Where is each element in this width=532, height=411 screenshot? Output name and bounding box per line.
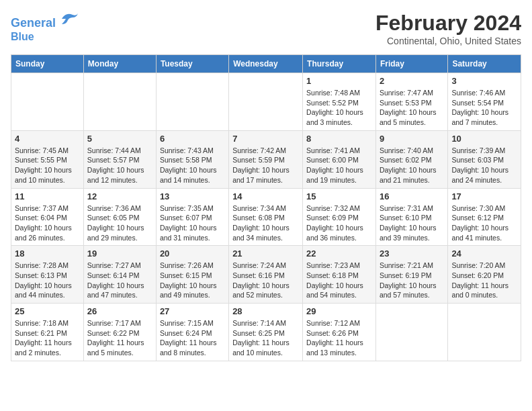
day-info: Sunrise: 7:37 AMSunset: 6:04 PMDaylight:… (15, 203, 80, 243)
calendar-cell (11, 73, 84, 131)
day-info: Sunrise: 7:32 AMSunset: 6:09 PMDaylight:… (306, 203, 372, 243)
calendar-cell: 13Sunrise: 7:35 AMSunset: 6:07 PMDayligh… (156, 188, 228, 246)
day-number: 14 (232, 191, 299, 201)
day-info: Sunrise: 7:44 AMSunset: 5:57 PMDaylight:… (87, 146, 152, 185)
col-sunday: Sunday (11, 55, 84, 73)
day-number: 19 (87, 248, 152, 259)
day-info: Sunrise: 7:20 AMSunset: 6:20 PMDaylight:… (451, 261, 517, 300)
calendar-cell: 20Sunrise: 7:26 AMSunset: 6:15 PMDayligh… (156, 246, 228, 304)
day-number: 13 (160, 191, 225, 201)
day-info: Sunrise: 7:36 AMSunset: 6:05 PMDaylight:… (87, 203, 152, 243)
day-number: 12 (87, 191, 152, 201)
day-info: Sunrise: 7:24 AMSunset: 6:16 PMDaylight:… (232, 261, 299, 300)
day-number: 16 (380, 191, 444, 201)
day-info: Sunrise: 7:15 AMSunset: 6:24 PMDaylight:… (160, 318, 225, 358)
calendar-cell (229, 73, 303, 131)
day-info: Sunrise: 7:28 AMSunset: 6:13 PMDaylight:… (15, 261, 80, 300)
day-number: 18 (15, 248, 80, 259)
day-number: 27 (160, 306, 225, 316)
calendar-cell: 24Sunrise: 7:20 AMSunset: 6:20 PMDayligh… (448, 246, 521, 304)
calendar-cell: 28Sunrise: 7:14 AMSunset: 6:25 PMDayligh… (229, 304, 303, 361)
calendar-cell: 1Sunrise: 7:48 AMSunset: 5:52 PMDaylight… (303, 73, 376, 131)
day-number: 23 (380, 248, 444, 259)
day-number: 9 (380, 134, 444, 144)
calendar-cell: 18Sunrise: 7:28 AMSunset: 6:13 PMDayligh… (11, 246, 84, 304)
calendar-cell: 11Sunrise: 7:37 AMSunset: 6:04 PMDayligh… (11, 188, 84, 246)
col-friday: Friday (375, 55, 447, 73)
day-number: 4 (15, 134, 80, 144)
day-number: 6 (160, 134, 225, 144)
day-number: 2 (380, 76, 444, 86)
calendar-cell: 6Sunrise: 7:43 AMSunset: 5:58 PMDaylight… (156, 130, 228, 188)
logo-general: General (11, 16, 56, 30)
day-info: Sunrise: 7:30 AMSunset: 6:12 PMDaylight:… (451, 203, 517, 243)
col-wednesday: Wednesday (229, 55, 303, 73)
calendar-header-row: Sunday Monday Tuesday Wednesday Thursday… (11, 55, 521, 73)
day-number: 11 (15, 191, 80, 201)
day-number: 7 (232, 134, 299, 144)
calendar-table: Sunday Monday Tuesday Wednesday Thursday… (11, 54, 521, 361)
day-info: Sunrise: 7:41 AMSunset: 6:00 PMDaylight:… (306, 146, 372, 185)
page-subtitle: Continental, Ohio, United States (375, 36, 521, 46)
day-info: Sunrise: 7:27 AMSunset: 6:14 PMDaylight:… (87, 261, 152, 300)
day-info: Sunrise: 7:21 AMSunset: 6:19 PMDaylight:… (380, 261, 444, 300)
day-number: 22 (306, 248, 372, 259)
col-monday: Monday (83, 55, 156, 73)
calendar-cell (448, 304, 521, 361)
calendar-cell: 26Sunrise: 7:17 AMSunset: 6:22 PMDayligh… (83, 304, 156, 361)
day-number: 28 (232, 306, 299, 316)
calendar-cell: 5Sunrise: 7:44 AMSunset: 5:57 PMDaylight… (83, 130, 156, 188)
calendar-cell: 7Sunrise: 7:42 AMSunset: 5:59 PMDaylight… (229, 130, 303, 188)
logo-blue: Blue (11, 31, 34, 42)
calendar-cell: 29Sunrise: 7:12 AMSunset: 6:26 PMDayligh… (303, 304, 376, 361)
day-info: Sunrise: 7:12 AMSunset: 6:26 PMDaylight:… (306, 318, 372, 358)
calendar-cell: 19Sunrise: 7:27 AMSunset: 6:14 PMDayligh… (83, 246, 156, 304)
title-block: February 2024 Continental, Ohio, United … (375, 11, 521, 46)
page-title: February 2024 (375, 11, 521, 36)
day-info: Sunrise: 7:39 AMSunset: 6:03 PMDaylight:… (451, 146, 517, 185)
day-info: Sunrise: 7:14 AMSunset: 6:25 PMDaylight:… (232, 318, 299, 358)
day-info: Sunrise: 7:35 AMSunset: 6:07 PMDaylight:… (160, 203, 225, 243)
logo: General Blue (11, 11, 79, 44)
day-info: Sunrise: 7:31 AMSunset: 6:10 PMDaylight:… (380, 203, 444, 243)
calendar-week-3: 11Sunrise: 7:37 AMSunset: 6:04 PMDayligh… (11, 188, 521, 246)
calendar-cell: 22Sunrise: 7:23 AMSunset: 6:18 PMDayligh… (303, 246, 376, 304)
day-info: Sunrise: 7:26 AMSunset: 6:15 PMDaylight:… (160, 261, 225, 300)
day-number: 29 (306, 306, 372, 316)
day-info: Sunrise: 7:17 AMSunset: 6:22 PMDaylight:… (87, 318, 152, 358)
day-info: Sunrise: 7:45 AMSunset: 5:55 PMDaylight:… (15, 146, 80, 185)
day-info: Sunrise: 7:42 AMSunset: 5:59 PMDaylight:… (232, 146, 299, 185)
page-header: General Blue February 2024 Continental, … (11, 11, 521, 46)
day-number: 17 (451, 191, 517, 201)
day-info: Sunrise: 7:46 AMSunset: 5:54 PMDaylight:… (451, 88, 517, 128)
calendar-cell (375, 304, 447, 361)
day-info: Sunrise: 7:47 AMSunset: 5:53 PMDaylight:… (380, 88, 444, 128)
calendar-cell (83, 73, 156, 131)
day-info: Sunrise: 7:43 AMSunset: 5:58 PMDaylight:… (160, 146, 225, 185)
logo-bird-icon (60, 11, 79, 27)
day-number: 5 (87, 134, 152, 144)
col-thursday: Thursday (303, 55, 376, 73)
col-tuesday: Tuesday (156, 55, 228, 73)
calendar-cell: 25Sunrise: 7:18 AMSunset: 6:21 PMDayligh… (11, 304, 84, 361)
calendar-cell: 8Sunrise: 7:41 AMSunset: 6:00 PMDaylight… (303, 130, 376, 188)
calendar-cell: 27Sunrise: 7:15 AMSunset: 6:24 PMDayligh… (156, 304, 228, 361)
calendar-cell: 17Sunrise: 7:30 AMSunset: 6:12 PMDayligh… (448, 188, 521, 246)
day-number: 1 (306, 76, 372, 86)
calendar-week-2: 4Sunrise: 7:45 AMSunset: 5:55 PMDaylight… (11, 130, 521, 188)
calendar-week-1: 1Sunrise: 7:48 AMSunset: 5:52 PMDaylight… (11, 73, 521, 131)
calendar-cell: 9Sunrise: 7:40 AMSunset: 6:02 PMDaylight… (375, 130, 447, 188)
day-number: 24 (451, 248, 517, 259)
day-number: 8 (306, 134, 372, 144)
calendar-week-5: 25Sunrise: 7:18 AMSunset: 6:21 PMDayligh… (11, 304, 521, 361)
calendar-cell: 12Sunrise: 7:36 AMSunset: 6:05 PMDayligh… (83, 188, 156, 246)
calendar-cell: 3Sunrise: 7:46 AMSunset: 5:54 PMDaylight… (448, 73, 521, 131)
calendar-cell: 15Sunrise: 7:32 AMSunset: 6:09 PMDayligh… (303, 188, 376, 246)
day-number: 20 (160, 248, 225, 259)
calendar-cell: 2Sunrise: 7:47 AMSunset: 5:53 PMDaylight… (375, 73, 447, 131)
day-info: Sunrise: 7:48 AMSunset: 5:52 PMDaylight:… (306, 88, 372, 128)
day-number: 25 (15, 306, 80, 316)
calendar-cell: 10Sunrise: 7:39 AMSunset: 6:03 PMDayligh… (448, 130, 521, 188)
day-info: Sunrise: 7:18 AMSunset: 6:21 PMDaylight:… (15, 318, 80, 358)
day-number: 3 (451, 76, 517, 86)
